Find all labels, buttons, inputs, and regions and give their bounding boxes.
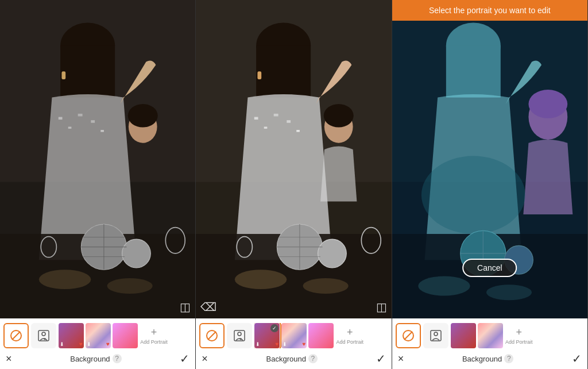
svg-line-25 [12, 332, 20, 340]
confirm-button-2[interactable]: ✓ [376, 352, 386, 366]
svg-rect-37 [297, 130, 300, 132]
svg-line-72 [404, 332, 412, 340]
label-row-2: Background ? [266, 354, 318, 363]
toolbar-icons-3: + Add Portrait [396, 323, 584, 348]
svg-point-12 [128, 104, 158, 128]
toolbar-bottom-1: × Background ? ✓ [3, 351, 192, 367]
portrait-button-2[interactable] [227, 323, 252, 348]
cancel-button-3[interactable]: × [398, 353, 404, 365]
photo-area-2: ⌫ ◫ [196, 0, 391, 318]
toolbar-1: ⬇ ♥ ⬇ ♥ + Add Portrait × Background ? [0, 318, 195, 369]
select-portrait-banner: Select the portrait you want to edit [392, 0, 587, 21]
panel-3: Select the portrait you want to edit [392, 0, 588, 369]
svg-point-62 [528, 90, 567, 118]
svg-point-70 [486, 285, 532, 300]
cancel-overlay-text: Cancel [477, 263, 502, 272]
svg-point-50 [235, 270, 287, 289]
heart-icon-3: ♥ [275, 341, 278, 347]
portrait-button-3[interactable] [423, 323, 448, 348]
toolbar-2: ⬇ ♥ ✓ ⬇ ♥ + Add Portrait × [196, 318, 391, 369]
svg-rect-36 [287, 120, 291, 123]
panel-1: ◫ ⬇ [0, 0, 196, 369]
toolbar-3: + Add Portrait × Background ? ✓ [392, 318, 587, 369]
heart-icon-2: ♥ [106, 341, 110, 347]
thumb-rainbow-1[interactable]: ⬇ ♥ [86, 323, 111, 348]
label-row-3: Background ? [462, 354, 513, 363]
svg-rect-9 [100, 130, 104, 132]
svg-rect-6 [68, 126, 72, 128]
help-icon-2[interactable]: ? [308, 354, 318, 363]
svg-point-27 [42, 332, 45, 336]
cancel-button-1[interactable]: × [6, 353, 12, 365]
svg-point-40 [324, 104, 354, 128]
svg-rect-10 [61, 71, 65, 79]
svg-rect-35 [274, 114, 278, 117]
help-icon-1[interactable]: ? [113, 354, 122, 363]
add-portrait-button-1[interactable]: + Add Portrait [140, 323, 168, 348]
svg-point-23 [107, 278, 153, 294]
thumb-pink-1[interactable] [113, 323, 138, 348]
panel-2: ⌫ ◫ ⬇ [196, 0, 392, 369]
thumb-rainbow-2[interactable]: ⬇ ♥ [281, 323, 307, 348]
thumbnail-strip-2: ⬇ ♥ ✓ ⬇ ♥ + Add Portrait [254, 323, 388, 348]
thumbnail-strip-3: + Add Portrait [451, 323, 584, 348]
svg-point-15 [122, 239, 151, 268]
svg-point-74 [434, 332, 438, 336]
hand-icon[interactable]: ⌫ [200, 300, 216, 314]
no-effect-button-1[interactable] [3, 323, 29, 348]
thumbnail-strip-1: ⬇ ♥ ⬇ ♥ + Add Portrait [59, 323, 192, 348]
thumb-purple-3[interactable] [451, 323, 476, 348]
background-label-1: Background [70, 355, 110, 363]
compare-icon[interactable]: ◫ [180, 300, 191, 314]
toolbar-icons-1: ⬇ ♥ ⬇ ♥ + Add Portrait [3, 323, 192, 348]
svg-point-55 [238, 332, 241, 336]
svg-rect-4 [60, 45, 115, 97]
svg-rect-33 [254, 117, 258, 120]
toolbar-bottom-3: × Background ? ✓ [396, 351, 584, 367]
add-portrait-button-2[interactable]: + Add Portrait [335, 323, 364, 348]
thumb-rainbow-3[interactable] [478, 323, 503, 348]
toolbar-bottom-2: × Background ? ✓ [199, 351, 388, 367]
thumb-purple-2[interactable]: ⬇ ♥ ✓ [254, 323, 280, 348]
label-row-1: Background ? [70, 354, 121, 363]
photo-area-3: Cancel [392, 0, 587, 318]
compare-icon-2[interactable]: ◫ [376, 300, 387, 314]
svg-rect-8 [91, 120, 95, 123]
photo-area-1: ◫ [0, 0, 195, 318]
svg-rect-5 [59, 117, 63, 120]
background-label-2: Background [266, 355, 306, 363]
svg-point-43 [318, 239, 347, 268]
cancel-button-2[interactable]: × [202, 353, 208, 365]
toolbar-icons-2: ⬇ ♥ ✓ ⬇ ♥ + Add Portrait [199, 323, 388, 348]
svg-rect-38 [258, 71, 262, 79]
svg-rect-34 [264, 126, 268, 128]
confirm-button-1[interactable]: ✓ [180, 352, 189, 366]
download-icon-3: ⬇ [256, 341, 260, 347]
select-portrait-text: Select the portrait you want to edit [429, 6, 551, 15]
thumb-pink-2[interactable] [308, 323, 334, 348]
help-icon-3[interactable]: ? [504, 354, 513, 363]
selected-badge: ✓ [270, 324, 278, 332]
heart-icon-4: ♥ [302, 341, 305, 347]
background-label-3: Background [462, 355, 502, 363]
svg-point-69 [418, 276, 470, 296]
svg-point-63 [421, 156, 525, 234]
confirm-button-3[interactable]: ✓ [572, 352, 582, 366]
svg-line-53 [208, 332, 216, 340]
download-icon-2: ⬇ [87, 341, 91, 347]
add-portrait-button-3[interactable]: + Add Portrait [505, 323, 533, 348]
no-effect-button-2[interactable] [199, 323, 225, 348]
download-icon-1: ⬇ [60, 341, 64, 347]
thumb-purple-1[interactable]: ⬇ ♥ [59, 323, 84, 348]
svg-rect-60 [446, 45, 501, 97]
heart-icon-1: ♥ [79, 341, 83, 347]
svg-point-51 [303, 278, 349, 294]
cancel-overlay-button[interactable]: Cancel [462, 259, 517, 277]
svg-rect-7 [78, 114, 83, 117]
svg-rect-32 [256, 45, 311, 97]
svg-point-22 [39, 270, 91, 289]
download-icon-4: ⬇ [283, 341, 287, 347]
no-effect-button-3[interactable] [396, 323, 421, 348]
portrait-button-1[interactable] [31, 323, 56, 348]
